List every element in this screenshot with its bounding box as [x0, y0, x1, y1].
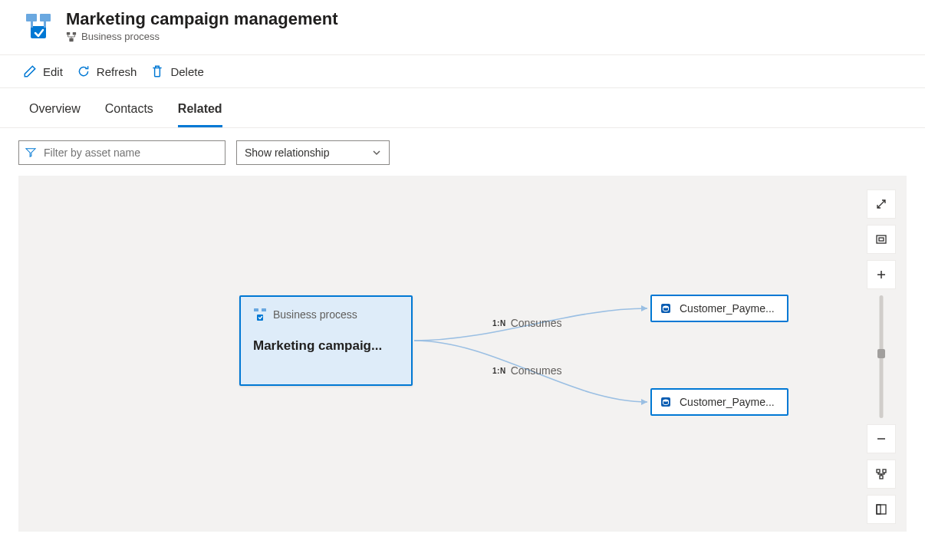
page-title: Marketing campaign management — [66, 9, 338, 29]
graph-canvas-wrap: 1:N Consumes 1:N Consumes Business proce… — [18, 176, 907, 532]
page-header: Marketing campaign management Business p… — [0, 0, 925, 54]
plus-icon — [875, 268, 887, 281]
svg-rect-22 — [877, 505, 886, 514]
edge-label-1: 1:N Consumes — [492, 364, 562, 377]
minimap-icon — [875, 503, 887, 516]
svg-rect-10 — [254, 308, 258, 311]
minus-icon — [875, 433, 887, 445]
flow-icon — [66, 31, 77, 42]
zoom-slider[interactable] — [877, 295, 885, 418]
svg-rect-1 — [40, 14, 51, 21]
svg-marker-8 — [641, 305, 647, 311]
tab-related[interactable]: Related — [178, 91, 222, 127]
tab-overview[interactable]: Overview — [29, 91, 81, 127]
refresh-button[interactable]: Refresh — [77, 61, 137, 81]
edit-button[interactable]: Edit — [23, 61, 63, 81]
tab-list: Overview Contacts Related — [0, 91, 925, 128]
business-process-icon — [253, 308, 267, 321]
fit-button[interactable] — [867, 225, 896, 254]
svg-rect-19 — [877, 469, 880, 473]
zoom-out-button[interactable] — [867, 424, 896, 453]
filter-icon — [25, 147, 36, 158]
svg-rect-0 — [26, 14, 37, 21]
layout-button[interactable] — [867, 460, 896, 489]
graph-node-target-1[interactable]: Customer_Payme... — [650, 388, 788, 416]
trash-icon — [150, 64, 164, 78]
svg-point-14 — [663, 305, 669, 308]
canvas-toolbar — [867, 189, 896, 524]
svg-rect-20 — [883, 469, 886, 473]
database-icon — [660, 396, 672, 408]
edge-label-0: 1:N Consumes — [492, 317, 562, 329]
fit-icon — [875, 233, 887, 245]
svg-rect-15 — [661, 397, 670, 407]
delete-button[interactable]: Delete — [150, 61, 203, 81]
refresh-icon — [77, 64, 91, 78]
zoom-in-button[interactable] — [867, 260, 896, 289]
graph-canvas[interactable]: 1:N Consumes 1:N Consumes Business proce… — [18, 176, 907, 532]
svg-rect-3 — [31, 21, 33, 28]
svg-rect-18 — [879, 238, 884, 241]
svg-marker-9 — [641, 399, 647, 405]
graph-edges — [18, 176, 907, 532]
node-type-label: Business process — [273, 308, 357, 321]
svg-rect-5 — [67, 31, 70, 35]
filter-row: Show relationship — [0, 128, 925, 176]
svg-rect-13 — [661, 304, 670, 313]
svg-rect-21 — [880, 476, 883, 479]
svg-rect-7 — [69, 38, 73, 41]
business-process-icon — [23, 11, 54, 41]
svg-point-16 — [663, 399, 669, 401]
command-bar: Edit Refresh Delete — [0, 54, 925, 88]
svg-rect-11 — [262, 308, 266, 311]
layout-icon — [875, 468, 887, 480]
zoom-slider-thumb[interactable] — [877, 349, 885, 358]
svg-rect-12 — [257, 315, 263, 321]
svg-rect-6 — [73, 31, 76, 35]
pencil-icon — [23, 64, 37, 78]
tab-contacts[interactable]: Contacts — [105, 91, 153, 127]
svg-rect-4 — [44, 21, 46, 28]
graph-node-target-0[interactable]: Customer_Payme... — [650, 295, 788, 322]
svg-rect-23 — [877, 505, 881, 514]
database-icon — [660, 302, 672, 315]
page-subtitle: Business process — [66, 31, 338, 42]
fullscreen-button[interactable] — [867, 189, 896, 219]
asset-filter-input[interactable] — [42, 146, 219, 160]
graph-node-main[interactable]: Business process Marketing campaig... — [239, 295, 413, 386]
relationship-select[interactable]: Show relationship — [236, 140, 390, 165]
asset-filter-wrap[interactable] — [18, 140, 225, 165]
chevron-down-icon — [372, 148, 381, 157]
node-title: Marketing campaig... — [253, 338, 399, 354]
expand-icon — [875, 198, 887, 210]
minimap-button[interactable] — [867, 495, 896, 524]
svg-rect-17 — [877, 236, 886, 243]
